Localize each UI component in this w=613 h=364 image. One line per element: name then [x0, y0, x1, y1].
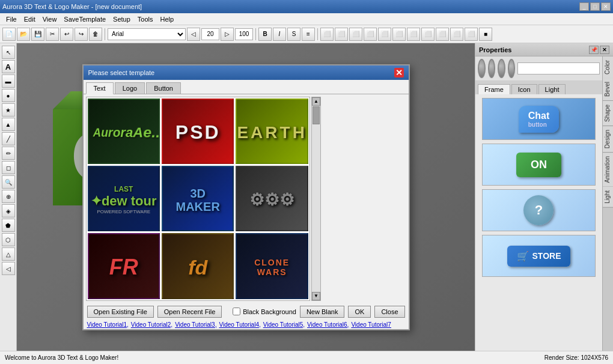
chat-button-preview[interactable]: Chat button — [482, 98, 596, 140]
menu-tools[interactable]: Tools — [134, 14, 157, 24]
tool-shape5[interactable]: ⬟ — [2, 219, 15, 232]
prop-icon-1[interactable] — [478, 59, 486, 78]
template-1[interactable]: AuroraAe.. — [88, 99, 160, 164]
scroll-thumb[interactable] — [313, 106, 320, 124]
style-btn[interactable]: S — [287, 28, 300, 41]
prop-pin-button[interactable]: 📌 — [589, 46, 599, 54]
font-size-down[interactable]: ◁ — [187, 28, 200, 41]
tutorial-6[interactable]: Video Tutorial6, — [307, 321, 349, 328]
prop-tab-frame[interactable]: Frame — [478, 84, 510, 94]
tutorial-4[interactable]: Video Tutorial4, — [219, 321, 260, 328]
tab-logo[interactable]: Logo — [115, 82, 145, 94]
tb6[interactable]: ⬜ — [392, 28, 406, 41]
tab-text[interactable]: Text — [86, 82, 114, 94]
align-btn[interactable]: ≡ — [302, 28, 315, 41]
toolbar-delete[interactable]: 🗑 — [89, 28, 102, 41]
tool-rect[interactable]: ▬ — [2, 74, 15, 88]
tutorial-3[interactable]: Video Tutorial3, — [175, 321, 216, 328]
tb7[interactable]: ⬜ — [407, 28, 420, 41]
side-tab-bevel[interactable]: Bevel — [603, 78, 613, 101]
tool-triangle[interactable]: ▲ — [2, 118, 15, 131]
tutorial-2[interactable]: Video Tutorial2, — [131, 321, 172, 328]
side-tab-animation[interactable]: Animation — [603, 153, 613, 187]
tb5[interactable]: ⬜ — [378, 28, 391, 41]
tool-select[interactable]: ↖ — [2, 46, 15, 59]
value-100[interactable]: 100 — [235, 28, 253, 40]
tool-shape8[interactable]: ◁ — [2, 262, 15, 275]
tutorial-7[interactable]: Video Tutorial7 — [351, 321, 391, 328]
store-button-preview[interactable]: 🛒 STORE — [482, 235, 596, 277]
template-7[interactable]: FR — [88, 233, 160, 299]
question-button-preview[interactable]: ? — [482, 189, 596, 231]
template-4[interactable]: LAST ✦dew tour POWERED SOFTWARE — [88, 166, 160, 231]
ok-button[interactable]: OK — [348, 306, 371, 318]
template-6[interactable]: ⚙⚙⚙ — [236, 166, 308, 231]
tb1[interactable]: ⬜ — [320, 28, 334, 41]
toolbar-new[interactable]: 📄 — [2, 28, 16, 41]
scroll-up[interactable]: ▲ — [312, 97, 320, 106]
tb11[interactable]: ⬜ — [465, 28, 478, 41]
tutorial-5[interactable]: Video Tutorial5, — [263, 321, 305, 328]
template-2[interactable]: PSD — [162, 99, 234, 164]
font-select[interactable]: Arial — [108, 28, 186, 40]
tool-pen[interactable]: ✏ — [2, 147, 15, 160]
tool-ellipse[interactable]: ● — [2, 89, 15, 102]
side-tab-shape[interactable]: Shape — [603, 101, 613, 126]
toolbar-save[interactable]: 💾 — [31, 28, 44, 41]
tool-node[interactable]: ◈ — [2, 204, 15, 217]
maximize-button[interactable]: □ — [590, 2, 600, 11]
tb8[interactable]: ⬜ — [421, 28, 435, 41]
minimize-button[interactable]: _ — [579, 2, 589, 11]
bold-btn[interactable]: B — [258, 28, 272, 41]
tb9[interactable]: ⬜ — [436, 28, 449, 41]
side-tab-design[interactable]: Design — [603, 126, 613, 153]
template-8[interactable]: fd — [162, 233, 234, 299]
font-size-input[interactable]: 20 — [201, 28, 219, 40]
menu-help[interactable]: Help — [157, 14, 178, 24]
toolbar-undo[interactable]: ↩ — [60, 28, 73, 41]
font-size-up[interactable]: ▷ — [221, 28, 234, 41]
menu-edit[interactable]: Edit — [20, 14, 39, 24]
tool-text[interactable]: A — [2, 60, 15, 73]
close-button[interactable]: ✕ — [601, 2, 611, 11]
modal-close-button[interactable]: ✕ — [394, 68, 404, 77]
template-3[interactable]: EARTH — [236, 99, 308, 164]
black-background-checkbox[interactable] — [233, 308, 240, 315]
template-scrollbar[interactable]: ▲ ▼ — [311, 97, 321, 301]
side-tab-color[interactable]: Color — [603, 56, 613, 78]
prop-search-input[interactable] — [517, 62, 600, 74]
new-blank-button[interactable]: New Blank — [300, 306, 345, 318]
toolbar-open[interactable]: 📂 — [17, 28, 30, 41]
canvas-area[interactable]: O Please select template ✕ Text Logo But… — [17, 43, 475, 351]
prop-icon-4[interactable] — [508, 59, 516, 78]
tool-line[interactable]: ╱ — [2, 132, 15, 145]
tb4[interactable]: ⬜ — [364, 28, 377, 41]
menu-file[interactable]: File — [2, 14, 20, 24]
tool-shape7[interactable]: △ — [2, 247, 15, 261]
tool-star[interactable]: ★ — [2, 103, 15, 117]
side-tab-light[interactable]: Light — [603, 187, 613, 208]
template-5[interactable]: 3DMAKER — [162, 166, 234, 231]
prop-tab-icon[interactable]: Icon — [511, 84, 537, 94]
menu-setup[interactable]: Setup — [109, 14, 134, 24]
tb10[interactable]: ⬜ — [450, 28, 463, 41]
tb2[interactable]: ⬜ — [335, 28, 348, 41]
tool-zoom[interactable]: 🔍 — [2, 175, 15, 189]
menu-view[interactable]: View — [39, 14, 61, 24]
open-existing-button[interactable]: Open Existing File — [87, 306, 154, 318]
italic-btn[interactable]: I — [273, 28, 286, 41]
tool-move[interactable]: ⊕ — [2, 190, 15, 203]
on-button-preview[interactable]: ON — [482, 144, 596, 186]
template-9[interactable]: CLONE WARS — [236, 233, 308, 299]
scroll-down[interactable]: ▼ — [312, 292, 320, 300]
dialog-close-button[interactable]: Close — [374, 306, 404, 318]
prop-tab-light[interactable]: Light — [538, 84, 566, 94]
prop-close-button[interactable]: ✕ — [600, 46, 609, 54]
toolbar-redo[interactable]: ↪ — [75, 28, 88, 41]
black-background-checkbox-label[interactable]: Black Background — [233, 308, 296, 315]
open-recent-button[interactable]: Open Recent File — [157, 306, 222, 318]
tb3[interactable]: ⬜ — [349, 28, 362, 41]
tb12[interactable]: ■ — [479, 28, 492, 41]
tool-shape6[interactable]: ⬡ — [2, 233, 15, 246]
toolbar-cut[interactable]: ✂ — [46, 28, 59, 41]
